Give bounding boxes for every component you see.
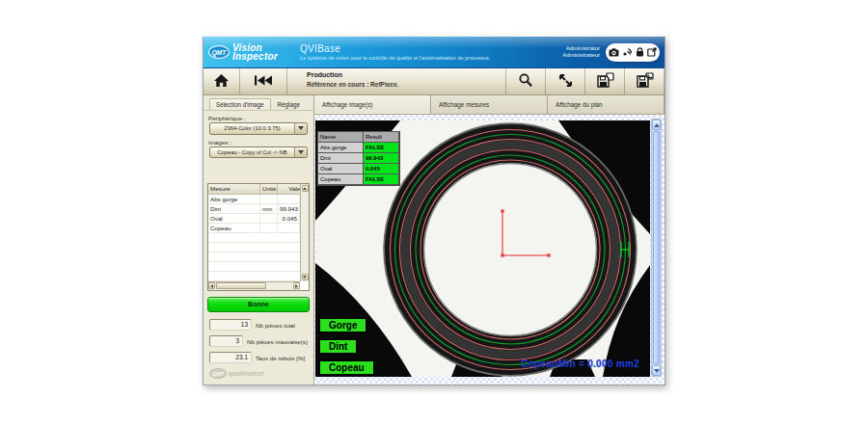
label-gorge[interactable]: Gorge bbox=[318, 317, 367, 333]
measure-table: Mesure Unité Valeur Abs gorge Dint mm bbox=[207, 183, 310, 291]
measure-table-body: Abs gorge Dint mm 99.943 Oval 0.0 bbox=[208, 195, 300, 281]
stat-total: 13 Nb pièces total bbox=[209, 319, 308, 331]
sidebar: Sélection d'image Réglage Périphérique :… bbox=[203, 95, 314, 385]
user-role-en: Administrator bbox=[562, 45, 600, 52]
lock-icon[interactable] bbox=[636, 47, 644, 57]
qmt-badge-icon: QMT bbox=[209, 368, 227, 379]
user-info: Administrator Administrateur bbox=[562, 45, 606, 59]
results-overlay-table: Name Result Abs gorge FALSE Dint 99.943 bbox=[317, 131, 400, 186]
save-report-button[interactable] bbox=[585, 68, 624, 94]
images-select[interactable]: Copeau - Copy of Col -> NB bbox=[209, 146, 308, 158]
save-image-button[interactable] bbox=[625, 68, 664, 94]
stat-reject-rate: 23.1 Taux de rebuts [%] bbox=[209, 352, 308, 363]
stat-reject-label: Taux de rebuts [%] bbox=[252, 355, 305, 361]
table-row[interactable]: Oval 0.045 bbox=[208, 214, 300, 224]
production-stats: 13 Nb pièces total 3 Nb pièces mauvaise(… bbox=[209, 319, 308, 368]
scroll-left-icon[interactable] bbox=[208, 282, 215, 289]
cell-mesure: Oval bbox=[208, 214, 260, 224]
window-body: Sélection d'image Réglage Périphérique :… bbox=[203, 95, 665, 385]
qmt-logo-icon: QMT bbox=[208, 45, 230, 59]
cell-mesure: Copeau bbox=[208, 224, 260, 233]
peripheral-select[interactable]: 2364-Color (10.0.3.75) bbox=[209, 122, 308, 134]
current-reference-label: Référence en cours : RefPiece. bbox=[307, 81, 505, 88]
vision-inspector-logo: QMT Vision Inspector bbox=[203, 43, 292, 61]
col-mesure[interactable]: Mesure bbox=[208, 184, 260, 194]
logo-line2: Inspector bbox=[232, 52, 278, 61]
table-row[interactable]: Abs gorge bbox=[208, 195, 300, 204]
camera-icon[interactable] bbox=[609, 48, 619, 57]
peripheral-label: Périphérique : bbox=[208, 115, 313, 121]
cell-valeur: 99.943 bbox=[278, 204, 300, 214]
sidebar-tabs: Sélection d'image Réglage bbox=[203, 97, 313, 111]
skip-to-start-button[interactable] bbox=[240, 68, 286, 94]
col-unite[interactable]: Unité bbox=[260, 184, 278, 194]
user-role-fr: Administrateur bbox=[562, 52, 600, 59]
stat-reject-value: 23.1 bbox=[209, 352, 252, 363]
scroll-down-icon[interactable] bbox=[302, 274, 309, 280]
header-icon-group bbox=[606, 43, 660, 62]
measure-table-header: Mesure Unité Valeur bbox=[208, 184, 309, 195]
table-vertical-scrollbar[interactable] bbox=[300, 184, 309, 281]
cell-unite bbox=[260, 195, 278, 204]
scrollbar-thumb[interactable] bbox=[216, 282, 266, 289]
overlay-name: Copeau bbox=[317, 173, 364, 185]
export-window-icon[interactable] bbox=[647, 47, 657, 57]
part-status-button[interactable]: Bonne bbox=[207, 297, 310, 312]
display-tabs: Affichage image(s) Affichage mesures Aff… bbox=[314, 95, 665, 115]
app-window: QMT Vision Inspector QVIBase Le système … bbox=[203, 37, 665, 385]
save-document-icon bbox=[596, 72, 614, 92]
skip-back-icon bbox=[254, 74, 273, 90]
table-row[interactable]: Copeau bbox=[208, 224, 300, 233]
save-image-icon bbox=[636, 72, 654, 92]
measure-label-group: Gorge Dint Copeau bbox=[318, 317, 375, 381]
scroll-up-icon[interactable] bbox=[302, 185, 309, 192]
stat-bad: 3 Nb pièces mauvaise(s) bbox=[209, 335, 308, 347]
copeau-min-annotation: CopeauMin = 0.000 mm2 bbox=[521, 359, 639, 369]
image-viewer[interactable]: Name Result Abs gorge FALSE Dint 99.943 bbox=[314, 115, 665, 385]
app-name: QVIBase bbox=[300, 43, 562, 54]
scrollbar-thumb[interactable] bbox=[653, 131, 660, 364]
images-label: Images : bbox=[208, 139, 313, 146]
app-subtitle: Le système de vision pour le contrôle de… bbox=[300, 55, 562, 61]
table-row[interactable]: Dint mm 99.943 bbox=[208, 204, 300, 214]
scroll-down-icon[interactable] bbox=[652, 365, 661, 376]
stat-total-value: 13 bbox=[209, 319, 252, 331]
toolbar-status-text: Production Référence en cours : RefPiece… bbox=[287, 68, 505, 94]
scroll-right-icon[interactable] bbox=[293, 282, 300, 289]
search-button[interactable] bbox=[506, 68, 545, 94]
resize-arrows-icon bbox=[558, 73, 573, 91]
main-area: Affichage image(s) Affichage mesures Aff… bbox=[314, 95, 665, 385]
cell-unite bbox=[260, 214, 278, 224]
chevron-down-icon[interactable] bbox=[294, 147, 307, 157]
cell-valeur bbox=[278, 224, 300, 233]
search-icon bbox=[518, 72, 533, 91]
tab-affichage-images[interactable]: Affichage image(s) bbox=[314, 95, 431, 114]
tab-reglage[interactable]: Réglage bbox=[272, 99, 306, 110]
cell-mesure: Abs gorge bbox=[208, 195, 260, 204]
stat-bad-value: 3 bbox=[209, 335, 243, 347]
stat-total-label: Nb pièces total bbox=[252, 322, 295, 329]
home-icon bbox=[213, 73, 230, 91]
viewer-vertical-scrollbar[interactable] bbox=[651, 119, 662, 377]
desktop: QMT Vision Inspector QVIBase Le système … bbox=[0, 0, 868, 425]
tab-affichage-mesures[interactable]: Affichage mesures bbox=[431, 95, 548, 114]
tab-selection-image[interactable]: Sélection d'image bbox=[209, 98, 271, 110]
table-horizontal-scrollbar[interactable] bbox=[208, 281, 300, 290]
antenna-icon[interactable] bbox=[622, 47, 632, 57]
tab-affichage-plan[interactable]: Affichage du plan bbox=[548, 95, 665, 114]
overlay-row: Copeau FALSE bbox=[318, 174, 399, 185]
mode-label: Production bbox=[307, 71, 505, 78]
qualimatest-label: qualimatest bbox=[229, 370, 263, 377]
cell-valeur: 0.045 bbox=[278, 214, 300, 224]
toolbar: Production Référence en cours : RefPiece… bbox=[203, 68, 665, 95]
header: QMT Vision Inspector QVIBase Le système … bbox=[203, 37, 665, 68]
label-copeau[interactable]: Copeau bbox=[318, 359, 375, 376]
images-value: Copeau - Copy of Col -> NB bbox=[210, 147, 294, 157]
chevron-down-icon[interactable] bbox=[294, 123, 307, 133]
scroll-up-icon[interactable] bbox=[652, 120, 661, 130]
app-title-block: QVIBase Le système de vision pour le con… bbox=[292, 43, 562, 61]
home-button[interactable] bbox=[203, 68, 239, 94]
label-dint[interactable]: Dint bbox=[318, 338, 358, 355]
cell-unite bbox=[260, 224, 278, 233]
fullscreen-button[interactable] bbox=[546, 68, 584, 94]
